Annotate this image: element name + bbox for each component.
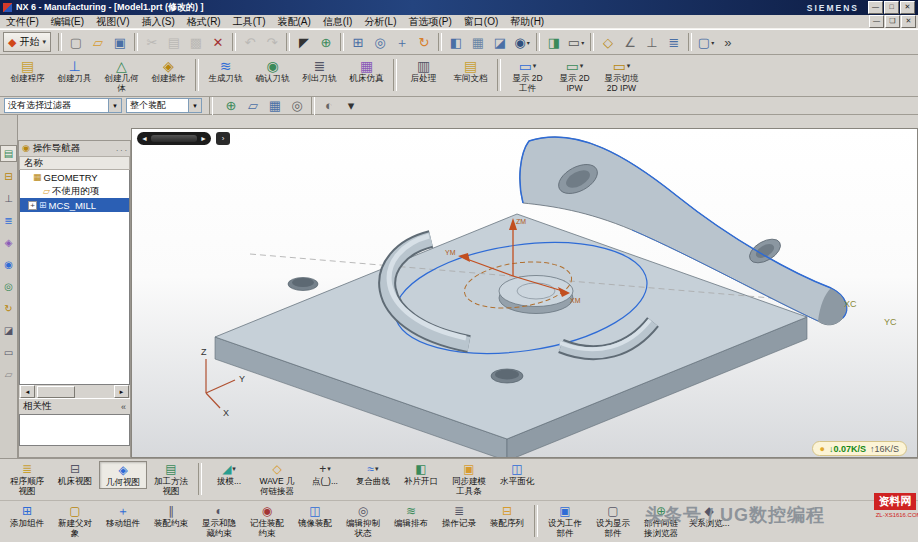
tab-grip[interactable] [151,135,197,142]
hd3d-tool-icon[interactable]: ◉ [1,257,16,272]
add-component-button[interactable]: ⊞ 添加组件 [3,503,51,529]
info-list-icon[interactable]: ≣ [663,32,685,53]
history-icon[interactable]: ↻ [1,301,16,316]
menu-tools[interactable]: 工具(T) [227,15,272,29]
dependencies-collapse-icon[interactable]: « [121,402,126,412]
graphics-window[interactable]: ZM XM YM XC YC [131,128,918,458]
scroll-right-icon[interactable]: ► [114,385,129,398]
resource-tab[interactable]: ◄ ► [137,132,211,145]
fit-view-icon[interactable]: ⊞ [347,32,369,53]
menu-format[interactable]: 格式(R) [181,15,227,29]
tree-item-geometry[interactable]: ▦ GEOMETRY [20,170,129,184]
generate-toolpath-button[interactable]: ≋ 生成刀轨 [202,57,249,84]
show-2d-workpiece-button[interactable]: ▭▾ 显示 2D 工件 [504,57,551,93]
edit-suppression-button[interactable]: ◎ 编辑抑制 状态 [339,503,387,538]
wireframe-view-icon[interactable]: ▦ [467,32,489,53]
plane-select-icon[interactable]: ▱ [242,95,264,116]
selection-filter-combo[interactable]: 没有选择过滤器 ▼ [4,98,122,113]
show-2d-ipw-button[interactable]: ▭▾ 显示 2D IPW [551,57,598,93]
tree-expand-icon[interactable] [32,187,41,196]
snap-point-icon[interactable]: ⊕ [315,32,337,53]
show-hide-constraints-button[interactable]: ◐ 显示和隐 藏约束 [195,503,243,538]
tab-more-icon[interactable]: › [216,132,230,145]
composite-curve-button[interactable]: ≈▾ 复合曲线 [349,461,397,487]
operation-navigator-icon[interactable]: ▤ [0,145,17,162]
move-object-icon[interactable]: ◇ [597,32,619,53]
draft-button[interactable]: ◢▾ 拔模... [205,461,253,487]
geometry-view-button[interactable]: ◈ 几何视图 [99,461,147,489]
assembly-constraints-button[interactable]: ∥ 装配约束 [147,503,195,529]
copy-icon[interactable]: ▤ [163,32,185,53]
menu-edit[interactable]: 编辑(E) [45,15,90,29]
process-studio-icon[interactable]: ◪ [1,323,16,338]
tab-left-arrow-icon[interactable]: ◄ [141,135,148,142]
menu-assemblies[interactable]: 装配(A) [271,15,316,29]
level-face-button[interactable]: ◫ 水平面化 [493,461,541,487]
tab-right-arrow-icon[interactable]: ► [200,135,207,142]
measure-icon[interactable]: ∠ [619,32,641,53]
shop-documentation-button[interactable]: ▤ 车间文档 [447,57,494,84]
reuse-library-icon[interactable]: ◈ [1,235,16,250]
mdi-minimize-button[interactable]: — [869,15,884,28]
mdi-close-button[interactable]: ✕ [901,15,916,28]
mdi-restore-button[interactable]: ❏ [885,15,900,28]
menu-information[interactable]: 信息(I) [317,15,358,29]
window-menu-icon[interactable]: ▢▾ [695,32,717,53]
move-component-button[interactable]: ＋ 移动组件 [99,503,147,529]
verify-toolpath-button[interactable]: ◉ 确认刀轨 [249,57,296,84]
tree-item-unused[interactable]: ▱ 不使用的项 [20,184,129,198]
scroll-thumb[interactable] [37,386,75,398]
postprocess-button[interactable]: ▥ 后处理 [400,57,447,84]
show-facet-2d-ipw-button[interactable]: ▭▾ 显示切境 2D IPW [598,57,645,93]
new-part-icon[interactable]: ▢ [65,32,87,53]
face-rule-icon[interactable]: ▦ [264,95,286,116]
make-work-part-button[interactable]: ▣ 设为工作 部件 [541,503,589,538]
assembly-navigator-icon[interactable]: ⊟ [1,169,16,184]
minimize-button[interactable]: — [868,1,883,14]
open-icon[interactable]: ▱ [87,32,109,53]
redo-icon[interactable]: ↷ [261,32,283,53]
operation-record-button[interactable]: ≣ 操作记录 [435,503,483,529]
snap-toggle-icon[interactable]: ⊕ [220,95,242,116]
face-analysis-icon[interactable]: ◨ [543,32,565,53]
dependencies-header[interactable]: 相关性 « [19,398,130,414]
remember-constraints-button[interactable]: ◉ 记住装配 约束 [243,503,291,538]
point-button[interactable]: +▾ 点(_)... [301,461,349,487]
constraint-navigator-icon[interactable]: ⊥ [1,191,16,206]
pan-icon[interactable]: ＋ [391,32,413,53]
selection-scope-combo[interactable]: 整个装配 ▼ [126,98,202,113]
combo-arrow-icon[interactable]: ▼ [108,99,121,112]
assembly-sequence-button[interactable]: ⊟ 装配序列 [483,503,531,529]
new-parent-button[interactable]: ▢ 新建父对 象 [51,503,99,538]
tree-expand-icon[interactable]: + [28,201,37,210]
wave-geometry-linker-button[interactable]: ◇ WAVE 几 何链接器 [253,461,301,496]
selection-options-arrow[interactable]: ▾ [340,95,362,116]
cut-icon[interactable]: ✂ [141,32,163,53]
menu-help[interactable]: 帮助(H) [504,15,550,29]
orient-view-icon[interactable]: ◉▾ [511,32,533,53]
patch-opening-button[interactable]: ◧ 补片开口 [397,461,445,487]
toolbar-overflow-icon[interactable]: » [717,32,739,53]
magnify-icon[interactable]: ◎ [286,95,308,116]
create-program-button[interactable]: ▤ 创建程序 [4,57,51,84]
edit-arrangement-button[interactable]: ≋ 编辑排布 [387,503,435,529]
close-button[interactable]: ✕ [900,1,915,14]
tree-expand-icon[interactable] [22,173,31,182]
synchronous-modeling-button[interactable]: ▣ 同步建模 工具条 [445,461,493,496]
undo-icon[interactable]: ↶ [239,32,261,53]
navigator-menu-dots[interactable]: . . . [116,144,127,153]
rotate-view-icon[interactable]: ↻ [413,32,435,53]
tree-item-mcs-mill[interactable]: + ⊞ MCS_MILL [20,198,129,212]
machining-method-view-button[interactable]: ▤ 加工方法 视图 [147,461,195,496]
part-navigator-icon[interactable]: ≣ [1,213,16,228]
menu-analysis[interactable]: 分析(L) [358,15,402,29]
paste-icon[interactable]: ▩ [185,32,207,53]
delete-icon[interactable]: ✕ [207,32,229,53]
roles-icon[interactable]: ▭ [1,345,16,360]
menu-view[interactable]: 视图(V) [90,15,135,29]
list-toolpath-button[interactable]: ≣ 列出刀轨 [296,57,343,84]
menu-insert[interactable]: 插入(S) [135,15,180,29]
web-browser-icon[interactable]: ◎ [1,279,16,294]
column-header-name[interactable]: 名称 [19,156,130,170]
combo-arrow-icon[interactable]: ▼ [188,99,201,112]
